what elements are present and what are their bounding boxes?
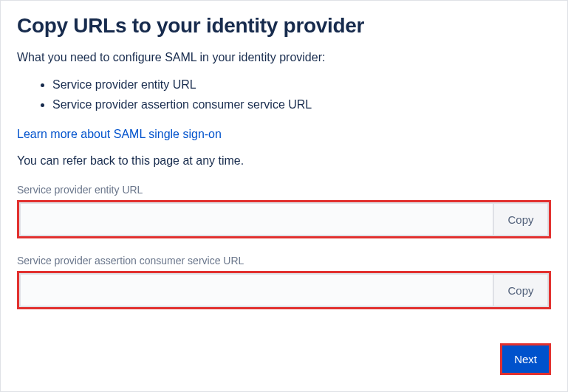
entity-url-label: Service provider entity URL [17, 184, 551, 196]
refer-note: You can refer back to this page at any t… [17, 154, 551, 168]
acs-url-row: Copy [17, 271, 551, 309]
learn-more-link[interactable]: Learn more about SAML single sign-on [17, 128, 222, 141]
list-item: Service provider entity URL [52, 75, 551, 94]
next-button[interactable]: Next [502, 345, 549, 373]
acs-url-input[interactable] [19, 273, 493, 307]
requirements-list: Service provider entity URL Service prov… [17, 75, 551, 114]
acs-url-group: Service provider assertion consumer serv… [17, 255, 551, 309]
entity-url-group: Service provider entity URL Copy [17, 184, 551, 238]
copy-acs-button[interactable]: Copy [493, 273, 549, 307]
intro-text: What you need to configure SAML in your … [17, 51, 551, 64]
footer: Next [500, 343, 551, 375]
entity-url-input[interactable] [19, 202, 493, 236]
saml-config-panel: Copy URLs to your identity provider What… [0, 0, 568, 392]
entity-url-row: Copy [17, 200, 551, 238]
list-item: Service provider assertion consumer serv… [52, 94, 551, 114]
page-title: Copy URLs to your identity provider [17, 14, 551, 38]
copy-entity-button[interactable]: Copy [493, 202, 549, 236]
acs-url-label: Service provider assertion consumer serv… [17, 255, 551, 267]
next-highlight: Next [500, 343, 551, 375]
